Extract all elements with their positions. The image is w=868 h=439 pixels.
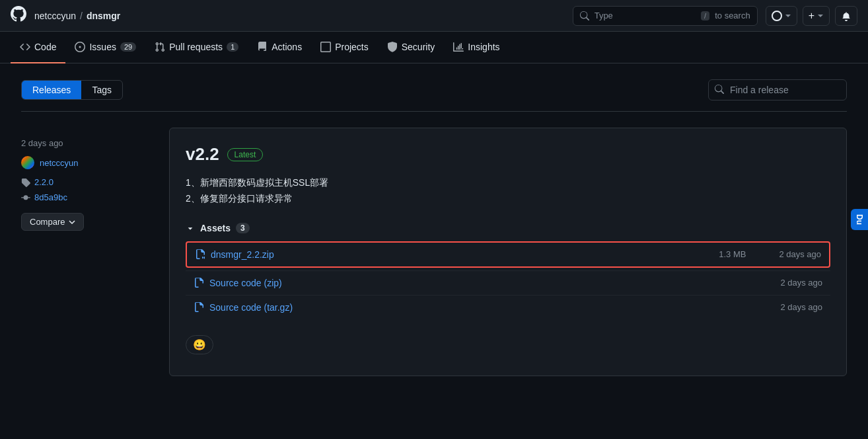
repo-navigation: Code Issues 29 Pull requests 1 Actions P… bbox=[0, 32, 868, 63]
notification-button[interactable] bbox=[835, 6, 857, 26]
insights-icon bbox=[453, 42, 464, 52]
release-notes: 1、新增西部数码虚拟主机SSL部署 2、修复部分接口请求异常 bbox=[186, 175, 830, 207]
top-navigation: netcccyun / dnsmgr Type / to search + bbox=[0, 0, 868, 32]
emoji-row: 😀 bbox=[186, 330, 830, 360]
search-to-text: to search bbox=[715, 11, 750, 20]
search-slash-kbd: / bbox=[701, 11, 709, 20]
nav-item-insights[interactable]: Insights bbox=[444, 32, 509, 63]
search-text: Type bbox=[595, 11, 613, 20]
copilot-button[interactable] bbox=[766, 6, 797, 26]
release-layout: 2 days ago netcccyun 2.2.0 8d5a9bc Compa… bbox=[21, 128, 847, 376]
nav-item-issues[interactable]: Issues 29 bbox=[65, 32, 145, 63]
nav-item-pull-requests[interactable]: Pull requests 1 bbox=[145, 32, 248, 63]
asset-zip-time: 2 days ago bbox=[779, 249, 821, 259]
pull-requests-icon bbox=[155, 42, 165, 52]
asset-source-tar-name: Source code (tar.gz) bbox=[209, 302, 293, 313]
nav-item-security[interactable]: Security bbox=[378, 32, 445, 63]
release-card: v2.2 Latest 1、新增西部数码虚拟主机SSL部署 2、修复部分接口请求… bbox=[169, 128, 847, 376]
asset-source-tar-time: 2 days ago bbox=[780, 302, 822, 312]
tags-tab[interactable]: Tags bbox=[81, 81, 122, 99]
release-version: v2.2 bbox=[186, 144, 219, 165]
asset-zip-size: 1.3 MB bbox=[719, 249, 746, 259]
security-icon bbox=[387, 42, 398, 52]
assets-section: Assets 3 dnsmgr_2.2.zip 1.3 MB 2 days ag… bbox=[186, 223, 830, 360]
org-link[interactable]: netcccyun bbox=[34, 11, 76, 21]
code-label: Code bbox=[34, 42, 56, 52]
asset-zip-link[interactable]: dnsmgr_2.2.zip bbox=[195, 249, 712, 260]
release-tag[interactable]: 2.2.0 bbox=[34, 177, 54, 187]
release-tag-row: 2.2.0 bbox=[21, 177, 153, 187]
commit-icon bbox=[21, 193, 30, 202]
issues-icon bbox=[75, 42, 85, 52]
chevron-down-icon bbox=[785, 13, 791, 19]
projects-icon bbox=[320, 42, 331, 52]
releases-tab[interactable]: Releases bbox=[22, 81, 81, 99]
find-release-icon bbox=[715, 85, 724, 96]
issues-label: Issues bbox=[89, 42, 116, 52]
assets-count: 3 bbox=[236, 223, 250, 233]
asset-zip-name: dnsmgr_2.2.zip bbox=[211, 249, 274, 260]
release-user-row: netcccyun bbox=[21, 156, 153, 169]
compare-label: Compare bbox=[30, 217, 65, 227]
asset-source-zip-time: 2 days ago bbox=[780, 278, 822, 288]
repo-link[interactable]: dnsmgr bbox=[87, 11, 120, 21]
divider bbox=[21, 111, 847, 112]
asset-source-zip-name: Source code (zip) bbox=[209, 278, 282, 288]
create-button[interactable]: + bbox=[803, 6, 830, 26]
release-commit[interactable]: 8d5a9bc bbox=[34, 192, 67, 202]
asset-row-source-tar: Source code (tar.gz) 2 days ago bbox=[186, 295, 830, 319]
pull-requests-label: Pull requests bbox=[169, 42, 223, 52]
compare-button[interactable]: Compare bbox=[21, 213, 84, 231]
main-content: Releases Tags 2 days ago netcccyun bbox=[0, 63, 868, 392]
notification-icon bbox=[841, 11, 851, 21]
insights-label: Insights bbox=[468, 42, 499, 52]
asset-source-tar-link[interactable]: Source code (tar.gz) bbox=[194, 302, 774, 313]
zip-file-icon bbox=[195, 249, 205, 260]
latest-badge: Latest bbox=[227, 148, 264, 161]
release-time-ago: 2 days ago bbox=[21, 138, 153, 148]
releases-tab-group: Releases Tags bbox=[21, 80, 123, 100]
plus-icon: + bbox=[809, 10, 814, 22]
search-bar[interactable]: Type / to search bbox=[573, 6, 758, 26]
actions-icon bbox=[257, 42, 268, 52]
pr-badge: 1 bbox=[227, 42, 238, 52]
release-commit-row: 8d5a9bc bbox=[21, 192, 153, 202]
chevron-down-icon-2 bbox=[817, 13, 824, 19]
release-author[interactable]: netcccyun bbox=[40, 158, 79, 168]
release-note-1: 1、新增西部数码虚拟主机SSL部署 bbox=[186, 175, 830, 191]
assets-label: Assets bbox=[200, 223, 231, 233]
nav-icons: + bbox=[766, 6, 857, 26]
emoji-button[interactable]: 😀 bbox=[186, 335, 213, 354]
release-title-row: v2.2 Latest bbox=[186, 144, 830, 165]
source-tar-icon bbox=[194, 302, 204, 313]
releases-header: Releases Tags bbox=[21, 79, 847, 100]
compare-chevron-icon bbox=[69, 219, 75, 225]
security-label: Security bbox=[402, 42, 435, 52]
search-icon bbox=[580, 11, 589, 20]
actions-label: Actions bbox=[271, 42, 302, 52]
code-icon bbox=[20, 42, 30, 52]
triangle-down-icon bbox=[186, 223, 195, 233]
floating-widget[interactable]: Du bbox=[851, 209, 868, 230]
find-release-wrapper bbox=[708, 79, 847, 100]
nav-item-code[interactable]: Code bbox=[11, 32, 65, 63]
tag-icon bbox=[21, 178, 30, 187]
avatar bbox=[21, 156, 34, 169]
nav-item-actions[interactable]: Actions bbox=[248, 32, 311, 63]
copilot-icon bbox=[772, 11, 782, 21]
breadcrumb-separator: / bbox=[80, 11, 83, 21]
breadcrumb: netcccyun / dnsmgr bbox=[34, 11, 120, 21]
asset-source-zip-link[interactable]: Source code (zip) bbox=[194, 278, 774, 288]
asset-row-zip: dnsmgr_2.2.zip 1.3 MB 2 days ago bbox=[186, 241, 830, 268]
release-note-2: 2、修复部分接口请求异常 bbox=[186, 191, 830, 207]
projects-label: Projects bbox=[335, 42, 369, 52]
find-release-input[interactable] bbox=[708, 79, 847, 100]
github-logo bbox=[11, 6, 26, 25]
asset-row-source-zip: Source code (zip) 2 days ago bbox=[186, 270, 830, 295]
source-zip-icon bbox=[194, 278, 204, 288]
nav-item-projects[interactable]: Projects bbox=[311, 32, 378, 63]
assets-header[interactable]: Assets 3 bbox=[186, 223, 830, 233]
issues-badge: 29 bbox=[120, 42, 136, 52]
release-sidebar: 2 days ago netcccyun 2.2.0 8d5a9bc Compa… bbox=[21, 128, 153, 376]
